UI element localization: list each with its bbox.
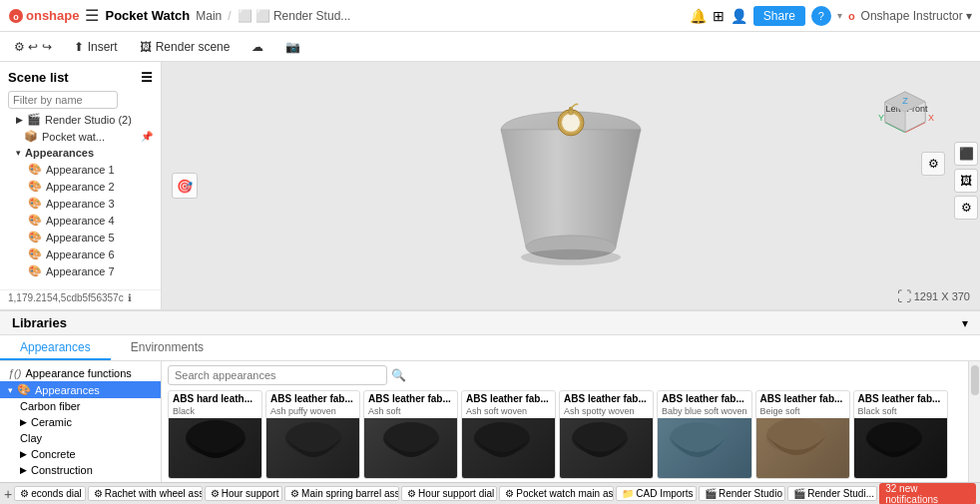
tools-button[interactable]: ⚙ ↩ ↪ (8, 38, 58, 56)
tree-item-appearance-7[interactable]: 🎨 Appearance 7 (0, 262, 161, 279)
lib-card-abs-leather-beige-soft[interactable]: ABS leather fab... Beige soft (755, 390, 850, 479)
viewport-settings[interactable]: ⚙ (921, 152, 945, 176)
lib-item-concrete[interactable]: ▶ Concrete (0, 446, 161, 462)
scene-list-sidebar: Scene list ☰ ▶ 🎬 Render Studio (2) 📦 Poc… (0, 62, 162, 309)
camera-button[interactable]: 📷 (279, 38, 306, 56)
target-button[interactable]: 🎯 (172, 173, 198, 199)
task-icon-3: ⚙ (211, 488, 220, 499)
fullscreen-icon[interactable]: ⛶ (897, 288, 911, 304)
taskbar-item-hour-support-dial[interactable]: ⚙ Hour support dial (401, 486, 497, 501)
tree-item-appearance-6[interactable]: 🎨 Appearance 6 (0, 246, 161, 262)
card-title: ABS leather fab... (266, 391, 359, 406)
taskbar-item-rachet[interactable]: ⚙ Rachet with wheel asse... (88, 486, 203, 501)
svg-point-26 (572, 422, 628, 454)
libraries-header: Libraries ▾ (0, 311, 980, 335)
tree-item-render-studio[interactable]: ▶ 🎬 Render Studio (2) (0, 111, 161, 128)
render-scene-button[interactable]: 🖼 Render scene (134, 38, 237, 56)
user-label[interactable]: Onshape Instructor ▾ (861, 9, 972, 23)
lib-cards-grid: ABS hard leath... Black ABS leather fab.… (168, 390, 962, 479)
collapse-libraries-icon[interactable]: ▾ (962, 316, 968, 330)
pin-icon: 📌 (141, 131, 153, 142)
notification-badge[interactable]: 32 new notifications (879, 483, 976, 505)
task-icon-4: ⚙ (290, 488, 299, 499)
card-title: ABS leather fab... (364, 391, 457, 406)
lib-search-input[interactable] (168, 365, 387, 385)
tool-btn-2[interactable]: 🖼 (954, 169, 978, 193)
card-sub: Ash soft woven (462, 406, 555, 418)
function-icon: ƒ() (8, 367, 21, 379)
hamburger-icon[interactable]: ☰ (85, 6, 99, 25)
svg-point-7 (562, 114, 580, 132)
tool-btn-3[interactable]: ⚙ (954, 196, 978, 220)
tree-item-appearance-5[interactable]: 🎨 Appearance 5 (0, 229, 161, 246)
nav-cube[interactable]: Front Left X Y Z (865, 72, 945, 152)
lib-card-abs-leather-baby-blue[interactable]: ABS leather fab... Baby blue soft woven (657, 390, 752, 479)
viewport[interactable]: ⬛ 🖼 ⚙ 🎯 Front Left (162, 62, 980, 309)
tree-item-appearance-1[interactable]: 🎨 Appearance 1 (0, 161, 161, 178)
search-icon[interactable]: 🔍 (391, 368, 406, 382)
taskbar-item-pocket-watch-main[interactable]: ⚙ Pocket watch main ass... (499, 486, 614, 501)
task-icon-6: ⚙ (505, 488, 514, 499)
task-icon-8: 🎬 (705, 488, 717, 499)
tab-appearances[interactable]: Appearances (0, 336, 111, 360)
list-view-icon[interactable]: ☰ (141, 70, 153, 85)
logo: o onshape (8, 8, 79, 24)
lib-item-clay[interactable]: Clay (0, 430, 161, 446)
svg-point-25 (474, 422, 530, 454)
tab-main[interactable]: Main (196, 9, 222, 23)
lib-card-abs-leather-ash-soft[interactable]: ABS leather fab... Ash soft (363, 390, 458, 479)
svg-point-24 (383, 422, 439, 454)
taskbar-item-seconds-dial[interactable]: ⚙ econds dial (14, 486, 85, 501)
lib-item-carbon-fiber[interactable]: Carbon fiber (0, 398, 161, 414)
side-tools: ⬛ 🖼 ⚙ (954, 142, 978, 220)
insert-button[interactable]: ⬆ Insert (68, 38, 124, 56)
tree-item-appearance-2[interactable]: 🎨 Appearance 2 (0, 178, 161, 195)
filter-input[interactable] (8, 91, 118, 109)
grid-icon[interactable]: ⊞ (713, 8, 725, 24)
card-title: ABS leather fab... (560, 391, 653, 406)
tree-item-pocket-watch[interactable]: 📦 Pocket wat... 📌 (0, 128, 161, 145)
tree-item-appearance-3[interactable]: 🎨 Appearance 3 (0, 195, 161, 212)
card-image (462, 418, 555, 478)
sidebar-filter (0, 89, 161, 111)
tab-render[interactable]: ⬜⬜ Render Stud... (238, 9, 351, 23)
lib-card-abs-leather-ash-puffy[interactable]: ABS leather fab... Ash puffy woven (265, 390, 360, 479)
svg-point-29 (866, 422, 922, 454)
lib-card-abs-hard-leather[interactable]: ABS hard leath... Black (168, 390, 262, 479)
expand-construction-icon: ▶ (20, 465, 27, 475)
taskbar-item-main-spring[interactable]: ⚙ Main spring barrel asse... (284, 486, 399, 501)
lib-item-ceramic[interactable]: ▶ Ceramic (0, 414, 161, 430)
lib-item-construction[interactable]: ▶ Construction (0, 462, 161, 478)
person-icon[interactable]: 👤 (731, 8, 747, 24)
info-icon[interactable]: ℹ (128, 292, 132, 303)
expand-ceramic-icon: ▶ (20, 417, 27, 427)
card-title: ABS hard leath... (169, 391, 261, 406)
svg-point-4 (521, 250, 621, 265)
lib-card-abs-leather-ash-spotty[interactable]: ABS leather fab... Ash spotty woven (559, 390, 654, 479)
svg-text:X: X (928, 113, 934, 123)
expand-icon: ▶ (16, 115, 23, 125)
share-button[interactable]: Share (753, 6, 805, 26)
lib-item-functions[interactable]: ƒ() Appearance functions (0, 365, 161, 381)
cloud-button[interactable]: ☁ (245, 38, 269, 56)
taskbar-item-hour-support[interactable]: ⚙ Hour support (205, 486, 282, 501)
lib-item-appearances[interactable]: ▾ 🎨 Appearances (0, 381, 161, 398)
insert-icon: ⬆ (74, 40, 84, 54)
add-tab-button[interactable]: + (4, 486, 12, 502)
taskbar-item-cad-imports[interactable]: 📁 CAD Imports (616, 486, 697, 501)
task-icon-1: ⚙ (20, 488, 29, 499)
doc-title: Pocket Watch (105, 8, 190, 23)
bell-icon[interactable]: 🔔 (690, 8, 707, 24)
lib-card-abs-leather-ash-soft-woven[interactable]: ABS leather fab... Ash soft woven (461, 390, 556, 479)
taskbar-item-render-studio[interactable]: 🎬 Render Studio (699, 486, 785, 501)
tab-environments[interactable]: Environments (111, 336, 224, 360)
lib-card-abs-leather-black-soft[interactable]: ABS leather fab... Black soft (853, 390, 948, 479)
taskbar-item-render-studio-2[interactable]: 🎬 Render Studi... (787, 486, 877, 501)
card-image (169, 418, 261, 478)
libraries-tabs: Appearances Environments (0, 335, 980, 361)
help-button[interactable]: ? (811, 6, 831, 26)
tree-item-appearance-4[interactable]: 🎨 Appearance 4 (0, 212, 161, 229)
tree-item-appearances-group[interactable]: ▾ Appearances (0, 145, 161, 161)
card-sub: Ash soft (364, 406, 457, 418)
tool-btn-1[interactable]: ⬛ (954, 142, 978, 166)
